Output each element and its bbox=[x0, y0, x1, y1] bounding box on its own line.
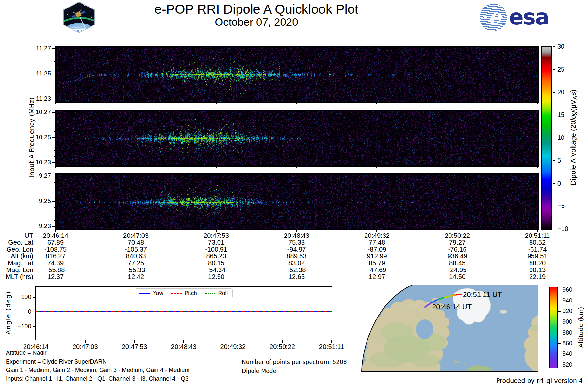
y-minor-tick bbox=[54, 220, 55, 220]
x-tick-mark bbox=[176, 165, 176, 167]
x-tick-mark bbox=[155, 102, 156, 103]
ephemeris-cell: -24.95 bbox=[430, 267, 485, 273]
ephemeris-cell: 12.42 bbox=[108, 273, 164, 280]
altitude-colorbar bbox=[549, 287, 558, 368]
x-tick-mark bbox=[356, 102, 357, 103]
ephemeris-cell: 816.27 bbox=[28, 253, 83, 260]
legend-line-sample bbox=[171, 293, 182, 294]
ephemeris-cell: 912.99 bbox=[349, 253, 405, 260]
ephemeris-cell: 22.19 bbox=[510, 273, 565, 280]
ephemeris-cell: 959.51 bbox=[510, 253, 565, 260]
x-tick-mark bbox=[356, 229, 357, 230]
angle-x-tick-mark bbox=[282, 340, 283, 343]
alt-cbar-tick-mark bbox=[558, 333, 561, 333]
y-minor-tick bbox=[54, 150, 55, 151]
alt-cbar-tick-label: 900 bbox=[563, 319, 578, 325]
annotation-center-1: Number of points per spectrum: 5208 bbox=[242, 359, 347, 365]
y-minor-tick bbox=[54, 195, 55, 195]
y-tick-mark bbox=[52, 137, 55, 138]
angle-x-tick-mark bbox=[183, 340, 184, 343]
voltage-colorbar-label-part: s) bbox=[569, 90, 577, 96]
ephemeris-cell: 77.48 bbox=[349, 239, 405, 246]
ephemeris-cell: -87.09 bbox=[349, 246, 405, 253]
alt-cbar-tick-label: 920 bbox=[563, 308, 578, 314]
ephemeris-cell: 20:47:03 bbox=[108, 232, 164, 239]
x-tick-mark bbox=[115, 165, 116, 167]
y-minor-tick bbox=[54, 68, 55, 68]
ephemeris-cell: 85.79 bbox=[349, 260, 405, 267]
legend-label: Pitch bbox=[185, 290, 197, 296]
x-tick-mark bbox=[397, 102, 397, 103]
x-tick-mark bbox=[256, 102, 256, 103]
x-tick-mark bbox=[136, 102, 136, 104]
cbar-tick-label: 25 bbox=[557, 66, 577, 73]
cbar-tick-mark bbox=[553, 92, 555, 93]
ephemeris-cell: 12.37 bbox=[28, 273, 83, 280]
x-tick-mark bbox=[477, 165, 477, 167]
ephemeris-cell: 79.27 bbox=[430, 239, 485, 246]
plot-date: October 07, 2020 bbox=[114, 16, 399, 28]
ephemeris-cell: -108.75 bbox=[28, 246, 83, 253]
y-minor-tick bbox=[54, 207, 55, 208]
x-tick-mark bbox=[376, 229, 377, 232]
map-art: 20:46:14 UT 20:51:11 UT bbox=[358, 284, 541, 372]
alt-cbar-tick-label: 820 bbox=[563, 362, 578, 368]
annotation-left-3: Gain 1 - Medium, Gain 2 - Medium, Gain 3… bbox=[6, 367, 189, 373]
ephemeris-cell: 80.15 bbox=[188, 260, 244, 267]
x-tick-mark bbox=[537, 102, 538, 104]
ephemeris-cell: 936.49 bbox=[430, 253, 485, 260]
x-tick-mark bbox=[136, 165, 136, 168]
voltage-colorbar-label-part: log bbox=[569, 111, 577, 121]
x-tick-mark bbox=[457, 165, 457, 168]
ephemeris-cell: 88.20 bbox=[510, 260, 565, 267]
angle-y-tick-label: −100 bbox=[10, 323, 31, 330]
legend-item-roll: Roll bbox=[205, 290, 228, 296]
ephemeris-cell: -94.97 bbox=[269, 246, 324, 253]
ephemeris-cell: -61.74 bbox=[510, 246, 565, 253]
track-start-label: 20:46:14 UT bbox=[432, 303, 472, 311]
esa-e-glyph: e bbox=[488, 4, 501, 29]
x-tick-mark bbox=[336, 165, 336, 167]
x-tick-mark bbox=[75, 102, 75, 103]
x-tick-mark bbox=[376, 165, 377, 168]
x-tick-mark bbox=[497, 229, 497, 230]
angle-x-tick-mark bbox=[233, 340, 233, 343]
legend-line-sample bbox=[205, 293, 215, 294]
angle-y-tick-label: 0 bbox=[10, 308, 31, 315]
x-tick-mark bbox=[517, 102, 517, 103]
x-tick-mark bbox=[236, 165, 236, 167]
plot-title: e-POP RRI Dipole A Quicklook Plot bbox=[114, 2, 399, 16]
ephemeris-cell: -55.33 bbox=[108, 267, 164, 273]
spectrogram-canvas-2 bbox=[56, 111, 538, 165]
x-tick-mark bbox=[296, 102, 297, 104]
ephemeris-cell: 865.23 bbox=[188, 253, 244, 260]
ephemeris-cell: 12.97 bbox=[349, 273, 405, 280]
x-tick-mark bbox=[437, 229, 437, 230]
cbar-tick-mark bbox=[553, 206, 555, 206]
y-tick-mark bbox=[52, 48, 55, 49]
voltage-colorbar-label: Dipole A Voltage (20log(μVAs) bbox=[569, 90, 579, 186]
x-tick-mark bbox=[95, 229, 96, 230]
angle-y-tick-label: 100 bbox=[10, 294, 31, 300]
y-minor-tick bbox=[54, 87, 55, 87]
ephemeris-cell: 12.50 bbox=[188, 273, 244, 280]
y-minor-tick bbox=[54, 80, 55, 80]
alt-cbar-tick-mark bbox=[558, 290, 561, 290]
angle-x-tick-mark bbox=[134, 340, 135, 343]
annotation-left-2: Experiment = Clyde River SuperDARN bbox=[6, 359, 107, 365]
x-tick-mark bbox=[356, 165, 357, 167]
x-tick-mark bbox=[276, 229, 276, 230]
ephemeris-cell: 83.02 bbox=[269, 260, 324, 267]
ephemeris-cell: 14.50 bbox=[430, 273, 485, 280]
y-tick-mark bbox=[52, 162, 55, 163]
x-tick-mark bbox=[316, 102, 317, 103]
angle-y-tick-mark bbox=[33, 312, 35, 312]
angle-x-tick-mark bbox=[85, 340, 86, 343]
ephemeris-cell: 77.25 bbox=[108, 260, 164, 267]
ground-track-map: 20:46:14 UT 20:51:11 UT bbox=[358, 284, 541, 372]
x-tick-mark bbox=[75, 229, 75, 230]
voltage-colorbar-label-part: (μV bbox=[569, 100, 577, 111]
y-minor-tick bbox=[54, 93, 55, 93]
y-minor-tick bbox=[54, 144, 55, 144]
ephemeris-cell: 20:51:11 bbox=[510, 232, 565, 239]
